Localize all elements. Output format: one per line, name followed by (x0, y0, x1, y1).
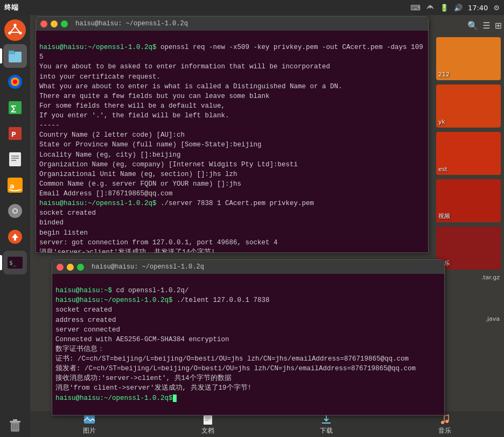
terminal2-prompt-3: haisu@haisu:~/openssl-1.0.2q$ (55, 394, 173, 402)
fm-item-pictures[interactable]: 图片 (83, 413, 96, 435)
fm-item-downloads-label: 下载 (320, 426, 333, 435)
terminal-line-1: You are about to be asked to enter infor… (39, 63, 330, 71)
svg-point-41 (445, 420, 449, 423)
terminal-title-1: haisu@haisu: ~/openssl-1.0.2q (75, 20, 188, 27)
terminal2-line-1: socket created (55, 306, 112, 314)
terminal-line-14: Email Address []:876719865@qq.com (39, 190, 173, 198)
list-view-icon[interactable]: ☰ (482, 20, 490, 31)
terminal-max-btn-1[interactable] (61, 20, 68, 27)
sidebar-item-text-editor[interactable] (3, 147, 27, 171)
terminal-line-18: server: got connection from 127.0.0.1, p… (39, 239, 278, 246)
terminal-line-17: begin listen (39, 229, 88, 237)
terminal2-line-6: 证书: /C=ch/ST=beijing/L=beijing/O=besti/O… (55, 355, 409, 363)
svg-rect-28 (10, 421, 20, 422)
terminal-line-11: Organization Name (eg, company) [Interne… (39, 161, 298, 168)
terminal-line-12: Organizational Unit Name (eg, section) [… (39, 171, 237, 178)
terminal2-line-3: server connected (55, 326, 120, 334)
terminal2-line-7: 颁发者: /C=ch/ST=beijing/L=beijing/O=besti/… (55, 365, 416, 372)
java-label: .java (436, 315, 502, 322)
terminal-line-6: If you enter '.', the field will be left… (39, 112, 229, 119)
sidebar-item-libreoffice-calc[interactable]: ∑ (3, 96, 27, 119)
sidebar-item-system-settings[interactable] (3, 199, 27, 223)
fm-item-music[interactable]: 音乐 (438, 413, 451, 435)
tar-label: .tar.gz (436, 274, 502, 281)
sidebar-item-terminal[interactable]: $_ (3, 251, 27, 274)
terminal-max-btn-2[interactable] (77, 264, 84, 271)
panel-tile-label-3: 视频 (438, 212, 450, 220)
terminal2-line-4: Connected with AES256-GCM-SHA384 encrypt… (55, 336, 229, 343)
terminal2-line-8: 接收消息成功:'server->client', 共14个字节的数据 (55, 375, 232, 382)
fm-item-music-label: 音乐 (438, 426, 451, 435)
sidebar-item-firefox[interactable] (3, 70, 27, 94)
panel-tile-3[interactable]: 视频 (436, 179, 501, 222)
svg-text:∑: ∑ (11, 104, 16, 112)
terminal-window-2: haisu@haisu: ~/openssl-1.0.2q haisu@hais… (52, 259, 445, 415)
fm-item-documents[interactable]: 文档 (201, 413, 214, 435)
terminal-titlebar-2: haisu@haisu: ~/openssl-1.0.2q (52, 260, 444, 274)
panel-tile-1[interactable]: yk (436, 84, 501, 128)
terminal-body-2[interactable]: haisu@haisu:~$ cd openssl-1.0.2q/ haisu@… (52, 274, 444, 415)
terminal-line-3: What you are about to enter is what is c… (39, 83, 342, 90)
terminal2-prompt-1: haisu@haisu:~$ (55, 287, 112, 294)
terminal-line-4: There are quite a few fields but you can… (39, 93, 270, 100)
terminal2-line-2: address created (55, 316, 116, 324)
taskbar-app-name: 终端 (4, 3, 18, 12)
svg-point-22 (13, 209, 17, 213)
sidebar-item-trash[interactable] (3, 413, 27, 437)
panel-tile-4[interactable]: 音乐 (436, 227, 501, 270)
svg-text:a: a (10, 182, 15, 190)
terminal-prompt-1: haisu@haisu:~/openssl-1.0.2q$ (39, 44, 157, 51)
terminal-title-2: haisu@haisu: ~/openssl-1.0.2q (92, 263, 204, 271)
terminal-close-btn-1[interactable] (40, 20, 47, 27)
terminal-line-16: binded (39, 219, 64, 227)
svg-rect-6 (9, 51, 14, 53)
terminal-line-8: Country Name (2 letter code) [AU]:ch (39, 131, 185, 139)
sidebar-item-software-updater[interactable] (3, 225, 27, 249)
panel-tile-label-1: yk (438, 118, 445, 125)
terminal-line-10: Locality Name (eg, city) []:beijing (39, 151, 181, 159)
panel-tile-0[interactable]: 212 (436, 37, 501, 80)
terminal-window-1: haisu@haisu: ~/openssl-1.0.2q haisu@hais… (36, 16, 429, 253)
terminal-prompt-2: haisu@haisu:~/openssl-1.0.2q$ (39, 200, 157, 207)
svg-point-40 (441, 421, 444, 424)
network-icon (426, 3, 435, 13)
terminal-line-15: socket created (39, 209, 96, 217)
terminal-body-1[interactable]: haisu@haisu:~/openssl-1.0.2q$ openssl re… (36, 31, 428, 252)
sidebar: ∑ P a (0, 15, 30, 437)
terminal-min-btn-2[interactable] (67, 264, 74, 271)
search-icon[interactable]: 🔍 (467, 20, 478, 31)
terminal2-cursor (173, 394, 177, 402)
terminal2-cmd-2: ./telent 127.0.0.1 7838 (173, 297, 270, 304)
taskbar-left: 终端 (4, 3, 18, 12)
panel-tile-2[interactable]: est (436, 132, 501, 175)
desktop: 终端 ⌨ 🔋 🔊 17:40 ⚙ (0, 0, 504, 437)
terminal-cmd-2: ./server 7838 1 CAcert.pem privkey.pem (157, 200, 314, 207)
taskbar: 终端 ⌨ 🔋 🔊 17:40 ⚙ (0, 0, 504, 15)
fm-item-documents-label: 文档 (201, 426, 214, 435)
sidebar-item-amazon[interactable]: a (3, 173, 27, 197)
terminal-close-btn-2[interactable] (57, 264, 64, 271)
sidebar-item-libreoffice-impress[interactable]: P (3, 122, 27, 145)
battery-icon: 🔋 (440, 4, 449, 12)
terminal-line-19: 消息'server->client'发送成功, 共发送了14个字节! (39, 249, 215, 252)
grid-view-icon[interactable]: ⊞ (495, 20, 502, 31)
terminal2-cmd-1: cd openssl-1.0.2q/ (112, 287, 189, 294)
svg-point-9 (13, 80, 17, 84)
panel-tile-label-2: est (438, 166, 447, 173)
terminal2-line-9: 消息'from client->server'发送成功, 共发送了19个字节! (55, 384, 251, 392)
sidebar-item-files[interactable] (3, 44, 27, 68)
fm-item-pictures-label: 图片 (83, 426, 96, 435)
sidebar-item-ubuntu-home[interactable] (3, 18, 27, 42)
terminal-line-7: ----- (39, 122, 60, 129)
terminal2-line-5: 数字证书信息： (55, 346, 104, 353)
terminal-line-2: into your certificate request. (39, 73, 160, 81)
svg-text:$_: $_ (9, 259, 17, 266)
terminal-titlebar-1: haisu@haisu: ~/openssl-1.0.2q (36, 17, 428, 31)
svg-rect-29 (13, 419, 17, 421)
fm-item-downloads[interactable]: 下载 (320, 413, 333, 435)
keyboard-icon: ⌨ (410, 4, 421, 12)
svg-point-1 (13, 24, 16, 26)
terminal-min-btn-1[interactable] (51, 20, 58, 27)
terminal-line-13: Common Name (e.g. server FQDN or YOUR na… (39, 180, 241, 188)
taskbar-right: ⌨ 🔋 🔊 17:40 ⚙ (410, 3, 500, 13)
